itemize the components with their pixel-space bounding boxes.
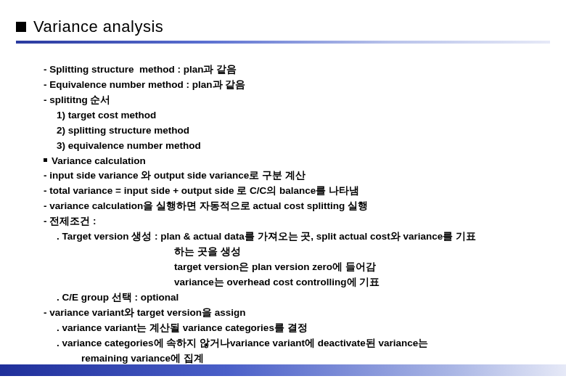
content-line: - input side variance 와 output side vari… (44, 168, 544, 184)
content-line: target version은 plan version zero에 들어감 (44, 260, 544, 275)
content-line: . Target version 생성 : plan & actual data… (44, 229, 544, 245)
content-line: variance는 overhead cost controlling에 기표 (44, 275, 544, 290)
content-line: . C/E group 선택 : optional (44, 290, 544, 306)
square-bullet-icon (16, 22, 26, 32)
content-line: . variance variant는 계산될 variance categor… (44, 321, 544, 336)
content-body: - Splitting structure method : plan과 같음-… (44, 62, 544, 366)
title-row: Variance analysis (16, 17, 550, 36)
content-line: Variance calculation (44, 154, 544, 169)
content-line: 1) target cost method (44, 108, 544, 123)
content-line: - Splitting structure method : plan과 같음 (44, 62, 544, 78)
content-line: 3) equivalence number method (44, 139, 544, 154)
content-line: . variance categories에 속하지 않거나variance v… (44, 336, 544, 351)
content-line: 2) splitting structure method (44, 123, 544, 139)
line-text: Variance calculation (52, 155, 146, 166)
content-line: - Equivalence number method : plan과 같음 (44, 78, 544, 93)
content-line: 하는 곳을 생성 (44, 245, 544, 260)
slide-header: Variance analysis (16, 17, 550, 44)
content-line: - 전제조건 : (44, 214, 544, 229)
content-line: - variance calculation을 실행하면 자동적으로 actua… (44, 199, 544, 214)
small-square-bullet-icon (44, 158, 47, 162)
page-title: Variance analysis (33, 17, 163, 36)
divider-bar (16, 41, 550, 44)
content-line: - variance variant와 target version을 assi… (44, 306, 544, 321)
content-line: - total variance = input side + output s… (44, 184, 544, 199)
footer-gradient-bar (0, 364, 566, 376)
content-line: - splititng 순서 (44, 93, 544, 108)
